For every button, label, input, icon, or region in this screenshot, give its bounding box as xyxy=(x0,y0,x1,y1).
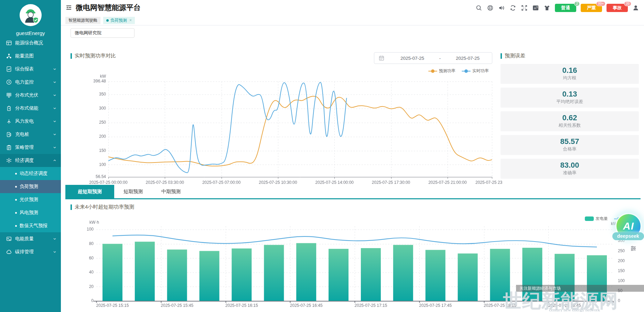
legend-item-generation[interactable]: 发电量 xyxy=(585,216,608,222)
sidebar-item-carbon[interactable]: 碳排管理 xyxy=(0,245,61,258)
error-card-4: 83.00准确率 xyxy=(501,159,639,179)
sidebar-subitem[interactable]: 动态经济调度 xyxy=(0,167,61,180)
bullet-icon xyxy=(15,186,17,188)
carbon-icon xyxy=(6,249,12,255)
sidebar-item-flow[interactable]: 能量流图 xyxy=(0,49,61,63)
error-value: 0.62 xyxy=(501,114,639,122)
alarm-count-badge: 39 xyxy=(624,1,631,6)
sidebar-subitem[interactable]: 负荷预测 xyxy=(0,180,61,193)
organization-input[interactable] xyxy=(71,28,135,38)
sidebar-item-label: 能量流图 xyxy=(15,53,57,59)
avatar-wrap xyxy=(0,4,61,27)
watermark-site-subtitle: century new energy network xyxy=(506,307,643,312)
date-separator: - xyxy=(437,56,443,61)
quality-icon xyxy=(6,236,12,242)
forecast-tab-1[interactable]: 短期预测 xyxy=(114,185,152,198)
chart-toolbox-icon[interactable] xyxy=(630,245,636,252)
sidebar-item-overview[interactable]: 能源综合概况 xyxy=(0,36,61,49)
sidebar-subitem-label: 风电预测 xyxy=(20,210,38,216)
sidebar-submenu: 动态经济调度负荷预测光伏预测风电预测数值天气预报 xyxy=(0,167,61,232)
sidebar-item-label: 电力监控 xyxy=(15,79,53,85)
svg-text:文: 文 xyxy=(536,5,538,8)
volume-icon[interactable] xyxy=(498,4,505,11)
alarm-button-1[interactable]: 严重99+ xyxy=(581,4,602,12)
error-card-1: 0.13平均绝对误差 xyxy=(501,88,639,108)
page-tab-1[interactable]: 负荷预测× xyxy=(103,17,135,24)
service-icon[interactable] xyxy=(487,4,494,11)
sidebar-item-label: 电能质量 xyxy=(15,236,53,242)
user-icon[interactable] xyxy=(632,4,639,11)
error-label: 相关性系数 xyxy=(501,122,639,129)
sidebar-subitem-label: 负荷预测 xyxy=(20,183,38,190)
alarm-count-badge: 2 xyxy=(574,1,580,6)
sidebar-item-charger[interactable]: 充电桩 xyxy=(0,128,61,141)
bottom-chart-title: 未来4小时超短期功率预测 xyxy=(71,204,134,210)
theme-icon[interactable] xyxy=(544,4,550,11)
sidebar-item-pv[interactable]: 分布式光伏 xyxy=(0,89,61,102)
economic-icon xyxy=(6,158,12,163)
bullet-icon xyxy=(15,199,17,201)
search-icon[interactable] xyxy=(475,4,482,11)
page-tab-label: 负荷预测 xyxy=(110,18,127,23)
sidebar-item-strategy[interactable]: 策略管理 xyxy=(0,141,61,154)
forecast-period-tabs: 超短期预测短期预测中期预测 xyxy=(65,185,641,199)
date-range-picker[interactable]: 2025-07-25 - 2025-07-25 xyxy=(374,52,492,64)
error-card-3: 85.57合格率 xyxy=(501,135,639,155)
sidebar-item-battery[interactable]: 分布式储能 xyxy=(0,102,61,115)
error-card-0: 0.16均方根 xyxy=(501,64,639,84)
translate-icon[interactable]: A文 xyxy=(532,4,539,11)
chevron-down-icon xyxy=(53,250,57,254)
date-from[interactable]: 2025-07-25 xyxy=(388,56,437,61)
collapse-menu-icon[interactable] xyxy=(65,4,72,11)
forecast-tab-0[interactable]: 超短期预测 xyxy=(65,185,114,198)
close-tab-icon[interactable]: × xyxy=(129,18,132,23)
date-to[interactable]: 2025-07-25 xyxy=(443,56,492,61)
app-title: 微电网智慧能源平台 xyxy=(76,3,141,12)
bullet-icon xyxy=(15,225,17,227)
sidebar-subitem[interactable]: 光伏预测 xyxy=(0,193,61,206)
pv-icon xyxy=(6,92,12,98)
realtime-forecast-chart xyxy=(65,72,506,187)
sidebar-item-quality[interactable]: 电能质量 xyxy=(0,232,61,245)
error-panel-title: 预测误差 xyxy=(501,53,525,59)
fullscreen-icon[interactable] xyxy=(521,4,528,11)
alarm-count-badge: 99+ xyxy=(596,1,605,6)
refresh-icon[interactable] xyxy=(509,4,516,11)
microgrid-platform: guestEnergy 能源综合概况能量流图综合报表电力监控分布式光伏分布式储能… xyxy=(0,0,644,312)
strategy-icon xyxy=(6,145,12,150)
sidebar-item-economic[interactable]: 经济调度 xyxy=(0,154,61,167)
error-value: 85.57 xyxy=(501,137,639,146)
legend-bar-marker xyxy=(585,216,594,221)
sidebar-subitem[interactable]: 风电预测 xyxy=(0,206,61,219)
bullet-icon xyxy=(15,212,17,214)
chevron-down-icon xyxy=(53,93,57,97)
page-tab-0[interactable]: 智慧能源驾驶舱 xyxy=(65,17,100,24)
top-chart-title: 实时预测功率对比 xyxy=(71,53,116,59)
chevron-down-icon xyxy=(53,106,57,110)
alarm-button-2[interactable]: 事故39 xyxy=(607,4,628,12)
legend-label: 发电量 xyxy=(595,216,608,222)
sidebar-item-wind[interactable]: 风力发电 xyxy=(0,115,61,128)
sidebar-subitem[interactable]: 数值天气预报 xyxy=(0,219,61,232)
sidebar-subitem-label: 数值天气预报 xyxy=(20,223,47,229)
header-toolbar: A文普通2严重99+事故39 xyxy=(475,0,639,15)
chevron-up-icon xyxy=(53,158,57,163)
page-tabs: 智慧能源驾驶舱负荷预测× xyxy=(61,15,644,25)
battery-icon xyxy=(6,105,12,111)
sidebar-item-monitor[interactable]: 电力监控 xyxy=(0,76,61,89)
ai-watermark-badge: AI deepseek xyxy=(614,213,642,241)
worker-avatar-icon xyxy=(23,7,38,23)
avatar xyxy=(20,4,42,26)
alarm-button-0[interactable]: 普通2 xyxy=(555,4,576,12)
forecast-tab-2[interactable]: 中期预测 xyxy=(152,185,190,198)
sidebar-subitem-label: 动态经济调度 xyxy=(20,170,47,177)
alarm-label: 事故 xyxy=(613,5,622,11)
sidebar-menu: 能源综合概况能量流图综合报表电力监控分布式光伏分布式储能风力发电充电桩策略管理经… xyxy=(0,36,61,258)
error-cards: 0.16均方根0.13平均绝对误差0.62相关性系数85.57合格率83.00准… xyxy=(501,64,639,182)
alarm-label: 普通 xyxy=(561,5,570,11)
sidebar-item-label: 经济调度 xyxy=(15,157,53,164)
username: guestEnergy xyxy=(0,30,61,36)
bullet-icon xyxy=(15,173,17,175)
sidebar-item-label: 能源综合概况 xyxy=(15,40,57,46)
sidebar-item-report[interactable]: 综合报表 xyxy=(0,63,61,76)
